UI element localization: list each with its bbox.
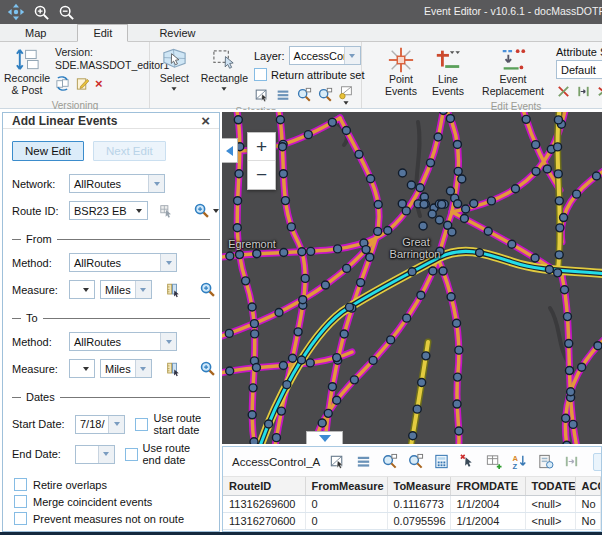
event-replacement-button[interactable]: Event Replacement xyxy=(472,44,554,100)
from-units-dropdown[interactable]: Miles xyxy=(100,280,152,299)
prevent-measures-checkbox[interactable] xyxy=(14,512,27,525)
table-select-features-icon[interactable] xyxy=(329,453,346,470)
to-measure-input[interactable] xyxy=(69,359,95,378)
from-method-dropdown[interactable]: AllRoutes xyxy=(69,253,177,272)
select-dropdown-icon[interactable] xyxy=(172,87,177,90)
zoom-to-selection-icon[interactable] xyxy=(296,87,312,103)
table-split-icon[interactable] xyxy=(563,453,580,470)
rectangle-tool-icon xyxy=(211,46,238,73)
use-route-start-date-checkbox[interactable] xyxy=(135,418,148,431)
to-measure-arrow-icon[interactable] xyxy=(78,360,94,377)
table-row[interactable]: 11316269600 0 0.1116773 1/1/2004 <null> … xyxy=(223,496,601,513)
selection-list-icon[interactable] xyxy=(275,87,291,103)
col-frommeasure[interactable]: FromMeasure xyxy=(305,477,387,496)
trim-event-icon[interactable] xyxy=(596,84,602,99)
map-zoom-out-button[interactable]: − xyxy=(248,161,275,189)
route-id-dropdown-arrow-icon[interactable] xyxy=(131,202,147,219)
rectangle-dropdown-icon[interactable] xyxy=(222,87,227,90)
from-measure-on-map-icon[interactable] xyxy=(165,282,181,298)
event-replacement-label: Event Replacement xyxy=(473,74,553,98)
map-canvas[interactable] xyxy=(222,112,602,444)
table-save-button[interactable]: Save xyxy=(593,453,601,471)
end-date-input[interactable] xyxy=(75,445,115,464)
table-zoom-selected-icon[interactable] xyxy=(381,453,398,470)
from-method-value: AllRoutes xyxy=(70,257,160,269)
add-linear-events-panel: Add Linear Events × New Edit Next Edit N… xyxy=(2,112,220,532)
table-list-icon[interactable] xyxy=(355,453,372,470)
select-by-area-icon[interactable] xyxy=(254,87,270,103)
tab-edit[interactable]: Edit xyxy=(77,24,128,42)
map-view[interactable]: + − EgremontGreatBarrington xyxy=(222,112,602,444)
pan-to-selection-icon[interactable] xyxy=(317,87,333,103)
to-method-arrow-icon[interactable] xyxy=(160,333,176,350)
map-zoom-in-button[interactable]: + xyxy=(248,133,275,161)
route-id-label: Route ID: xyxy=(12,205,64,217)
to-units-arrow-icon[interactable] xyxy=(135,360,151,377)
to-zoom-icon[interactable] xyxy=(199,360,216,377)
attribute-set-dropdown[interactable]: Default xyxy=(556,60,602,79)
merge-event-icon[interactable] xyxy=(576,84,591,99)
to-units-dropdown[interactable]: Miles xyxy=(100,359,152,378)
map-place-label: Great xyxy=(402,236,430,248)
to-measure-on-map-icon[interactable] xyxy=(165,361,181,377)
to-method-dropdown[interactable]: AllRoutes xyxy=(69,332,177,351)
new-edit-button[interactable]: New Edit xyxy=(12,141,84,161)
from-zoom-icon[interactable] xyxy=(199,281,216,298)
table-layer-name: AccessControl_A xyxy=(232,456,320,468)
close-icon[interactable]: × xyxy=(201,113,210,128)
sync-version-icon[interactable] xyxy=(55,76,70,91)
reconcile-post-button[interactable]: Reconcile & Post xyxy=(4,44,50,99)
table-sort-icon[interactable]: AZ xyxy=(511,453,528,470)
tab-review[interactable]: Review xyxy=(144,25,210,41)
collapse-panel-button[interactable] xyxy=(222,138,238,163)
clear-selection-dropdown-icon[interactable] xyxy=(343,101,348,104)
pan-icon[interactable] xyxy=(7,3,25,21)
split-event-icon[interactable] xyxy=(556,84,571,99)
col-accesscontrol[interactable]: ACCESSCONTROL xyxy=(575,477,601,496)
attribute-table: RouteID FromMeasure ToMeasure FROMDATE T… xyxy=(223,477,601,530)
end-date-arrow-icon[interactable] xyxy=(98,446,114,463)
table-add-record-icon[interactable] xyxy=(485,453,502,470)
from-units-arrow-icon[interactable] xyxy=(135,281,151,298)
layer-dropdown-arrow-icon[interactable] xyxy=(344,47,360,64)
clear-selection-button[interactable] xyxy=(338,85,354,105)
layer-value: AccessControl_A xyxy=(290,50,344,62)
merge-coincident-events-checkbox[interactable] xyxy=(14,495,27,508)
col-fromdate[interactable]: FROMDATE xyxy=(450,477,525,496)
use-route-end-date-checkbox[interactable] xyxy=(125,448,138,461)
point-events-button[interactable]: Point Events xyxy=(378,44,424,100)
network-dropdown-arrow-icon[interactable] xyxy=(148,175,164,192)
tab-map[interactable]: Map xyxy=(10,25,61,41)
network-dropdown[interactable]: AllRoutes xyxy=(69,174,165,193)
start-date-input[interactable]: 7/18/ xyxy=(75,415,125,434)
line-events-button[interactable]: Line Events xyxy=(426,44,470,100)
rectangle-button[interactable]: Rectangle xyxy=(200,44,249,93)
retire-overlaps-checkbox[interactable] xyxy=(14,478,27,491)
zoom-out-icon[interactable] xyxy=(57,3,75,21)
zoom-in-icon[interactable] xyxy=(32,3,50,21)
from-measure-arrow-icon[interactable] xyxy=(78,281,94,298)
return-attribute-set-checkbox[interactable] xyxy=(254,68,267,81)
from-measure-input[interactable] xyxy=(69,280,95,299)
col-tomeasure[interactable]: ToMeasure xyxy=(387,477,450,496)
table-calculator-icon[interactable] xyxy=(433,453,450,470)
select-button[interactable]: Select xyxy=(154,44,195,93)
table-row[interactable]: 11316270600 0 0.0795596 1/1/2004 <null> … xyxy=(223,513,601,530)
edit-version-icon[interactable] xyxy=(75,76,90,91)
delete-version-icon[interactable]: × xyxy=(95,77,103,90)
table-delete-selected-icon[interactable] xyxy=(459,453,476,470)
from-method-arrow-icon[interactable] xyxy=(160,254,176,271)
zoom-to-route-button[interactable] xyxy=(193,202,219,219)
route-id-dropdown[interactable]: BSR23 EB xyxy=(69,201,148,220)
table-pan-selected-icon[interactable] xyxy=(407,453,424,470)
col-todate[interactable]: TODATE xyxy=(525,477,575,496)
select-route-on-map-icon[interactable] xyxy=(159,203,175,219)
start-date-arrow-icon[interactable] xyxy=(108,416,124,433)
table-data-source-icon[interactable] xyxy=(537,453,554,470)
reconcile-post-label: Reconcile & Post xyxy=(4,73,50,97)
layer-dropdown[interactable]: AccessControl_A xyxy=(289,46,361,65)
next-edit-button[interactable]: Next Edit xyxy=(93,141,166,161)
col-routeid[interactable]: RouteID xyxy=(223,477,305,496)
zoom-to-route-dropdown-icon[interactable] xyxy=(213,209,219,213)
collapse-table-button[interactable] xyxy=(306,431,343,444)
